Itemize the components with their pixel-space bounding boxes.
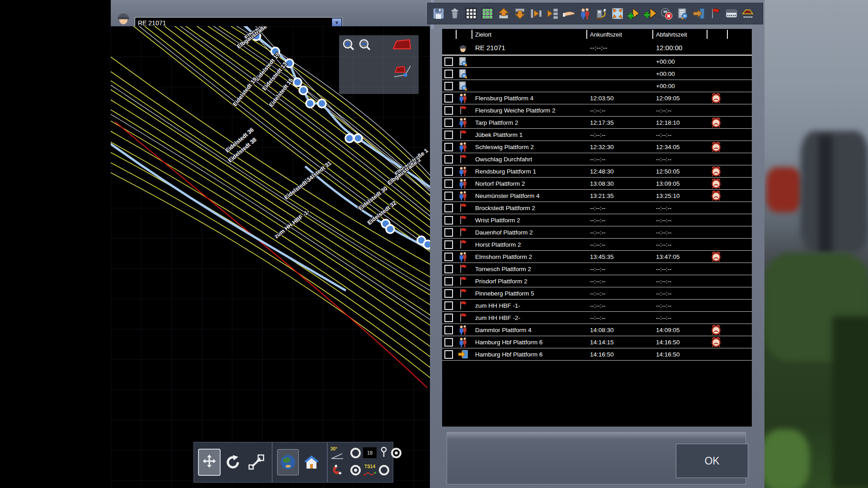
row-checkbox[interactable] — [444, 57, 453, 66]
row-checkbox[interactable] — [444, 301, 453, 310]
route-waypoint-node[interactable] — [318, 99, 326, 108]
row-checkbox[interactable] — [444, 106, 453, 115]
hand-icon[interactable] — [561, 5, 577, 23]
buffer-node-icon[interactable] — [393, 63, 413, 83]
destination-label: Tarp Plattform 2 — [472, 119, 586, 126]
table-row[interactable]: Hamburg Hbf Plattform 614:16:5014:16:50 — [442, 348, 752, 361]
row-checkbox[interactable] — [444, 155, 453, 164]
track-map[interactable]: Elbgaustraße 1Elbgaustraße 2Eidelstedt 1… — [111, 26, 430, 488]
row-checkbox[interactable] — [444, 240, 453, 249]
row-checkbox[interactable] — [444, 338, 453, 347]
table-row[interactable]: Neumünster Plattform 413:21:3513:25:10 — [442, 190, 752, 202]
row-checkbox[interactable] — [444, 204, 453, 212]
row-checkbox[interactable] — [444, 179, 453, 188]
scale-tool-button[interactable] — [246, 450, 267, 475]
table-row[interactable]: Nortorf Plattform 213:08:3013:09:05 — [442, 178, 752, 190]
driver-icon — [458, 42, 468, 53]
flag-icon — [458, 263, 468, 274]
passengers-icon[interactable] — [577, 5, 593, 23]
table-row[interactable]: Flensburg Plattform 412:03:5012:09:05 — [442, 92, 752, 104]
table-row[interactable]: Dammtor Plattform 414:08:3014:09:05 — [442, 324, 752, 336]
zoom-out-button[interactable] — [358, 38, 373, 54]
table-row[interactable]: zum HH HBF -2---:--:----:--:-- — [442, 312, 752, 324]
table-row[interactable]: Brockstedt Plattform 2--:--:----:--:-- — [442, 202, 752, 214]
route-waypoint-node[interactable] — [386, 225, 394, 233]
collapse-icon[interactable] — [609, 5, 626, 23]
table-row[interactable]: Schleswig Plattform 212:32:3012:34:05 — [442, 141, 752, 153]
route-waypoint-node[interactable] — [293, 78, 302, 86]
table-row[interactable]: Rendsburg Plattform 112:48:3012:50:05 — [442, 165, 752, 178]
move-down-icon[interactable] — [512, 5, 528, 23]
row-checkbox[interactable] — [444, 143, 453, 151]
instructions-icon[interactable] — [675, 5, 691, 23]
instruction-icon — [458, 68, 468, 79]
table-row[interactable]: Tarp Plattform 212:17:3512:18:10 — [442, 117, 752, 129]
delete-icon[interactable] — [447, 5, 463, 23]
row-checkbox[interactable] — [444, 289, 453, 298]
table-row[interactable]: Tornesch Plattform 2--:--:----:--:-- — [442, 263, 752, 275]
fuel-icon[interactable] — [593, 5, 609, 23]
remove-train-icon[interactable] — [658, 5, 675, 23]
table-row[interactable]: Horst Plattform 2--:--:----:--:-- — [442, 239, 752, 251]
save-icon[interactable] — [430, 5, 447, 23]
row-checkbox[interactable] — [444, 131, 453, 139]
table-row[interactable]: +00:00 — [442, 80, 752, 92]
table-row[interactable]: Hamburg Hbf Plattform 614:14:1514:16:50 — [442, 336, 752, 348]
route-waypoint-node[interactable] — [345, 134, 354, 142]
row-checkbox[interactable] — [444, 118, 453, 127]
row-checkbox[interactable] — [444, 314, 453, 322]
row-checkbox[interactable] — [444, 192, 453, 200]
ts-gradient-radio[interactable] — [379, 465, 389, 475]
indent-right-icon[interactable] — [528, 5, 544, 23]
table-row[interactable]: Prisdorf Plattform 2--:--:----:--:-- — [442, 275, 752, 287]
slope-mode-radio[interactable] — [350, 448, 361, 458]
row-checkbox[interactable] — [444, 94, 453, 103]
table-row[interactable]: Flensburg Weiche Plattform 2--:--:----:-… — [442, 104, 752, 117]
snap-mode-radio[interactable] — [350, 465, 361, 475]
row-checkbox[interactable] — [444, 216, 453, 225]
buffer-marker-icon[interactable] — [392, 39, 411, 52]
table-row[interactable]: Elmshorn Plattform 213:45:3513:47:05 — [442, 251, 752, 263]
pan-tool-button[interactable] — [199, 450, 220, 475]
flag-icon[interactable] — [707, 5, 723, 23]
row-checkbox[interactable] — [444, 228, 453, 237]
grid-green-icon[interactable] — [479, 5, 495, 23]
pin-mode-radio[interactable] — [391, 448, 401, 458]
indent-left-icon[interactable] — [544, 5, 561, 23]
route-waypoint-node[interactable] — [306, 99, 314, 108]
ok-button[interactable]: OK — [676, 444, 748, 478]
world-view-button[interactable] — [278, 450, 298, 475]
table-row[interactable]: +00:00 — [442, 56, 752, 68]
table-row[interactable]: Wrist Plattform 2--:--:----:--:-- — [442, 214, 752, 226]
move-up-icon[interactable] — [495, 5, 512, 23]
table-row[interactable]: Pinneberg Plattform 5--:--:----:--:-- — [442, 287, 752, 300]
table-row[interactable]: zum HH HBF -1---:--:----:--:-- — [442, 300, 752, 312]
table-row[interactable]: RE 21071--:--:--12:00:00 — [442, 41, 752, 56]
row-checkbox[interactable] — [444, 350, 453, 359]
row-checkbox[interactable] — [444, 265, 453, 273]
table-row[interactable]: Dauenhof Plattform 2--:--:----:--:-- — [442, 226, 752, 239]
grid-icon[interactable] — [463, 5, 479, 23]
rotate-tool-button[interactable] — [222, 450, 243, 475]
row-checkbox[interactable] — [444, 253, 453, 261]
depot-icon[interactable] — [740, 5, 756, 23]
table-row[interactable]: +00:00 — [442, 68, 752, 80]
row-checkbox[interactable] — [444, 167, 453, 176]
route-waypoint-node[interactable] — [424, 240, 430, 249]
add-stop-before-icon[interactable] — [626, 5, 642, 23]
table-row[interactable]: Jübek Plattform 1--:--:----:--:-- — [442, 129, 752, 141]
row-checkbox[interactable] — [444, 82, 453, 90]
platform-icon[interactable] — [723, 5, 740, 23]
row-checkbox[interactable] — [444, 277, 453, 286]
row-checkbox[interactable] — [444, 326, 453, 334]
route-waypoint-node[interactable] — [299, 86, 307, 94]
home-view-button[interactable] — [301, 450, 322, 475]
route-waypoint-node[interactable] — [354, 134, 362, 142]
add-stop-after-icon[interactable] — [642, 5, 658, 23]
portal-icon[interactable] — [691, 5, 707, 23]
zoom-in-button[interactable] — [342, 38, 356, 54]
alarm-clock-icon — [710, 190, 722, 202]
gradient-value-box[interactable]: 18 — [363, 447, 377, 458]
row-checkbox[interactable] — [444, 70, 453, 78]
table-row[interactable]: Owschlag Durchfahrt--:--:----:--:-- — [442, 153, 752, 165]
